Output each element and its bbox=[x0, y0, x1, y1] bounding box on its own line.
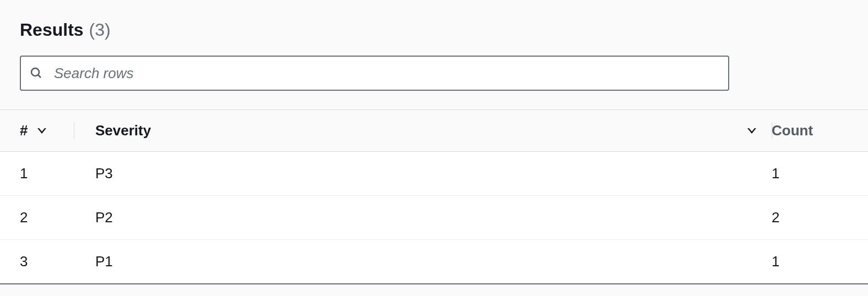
results-header: Results (3) bbox=[20, 20, 848, 40]
cell-count: 1 bbox=[772, 240, 868, 284]
search-wrapper bbox=[20, 56, 729, 91]
column-header-count[interactable]: Count bbox=[772, 110, 868, 152]
cell-index: 2 bbox=[0, 196, 74, 240]
cell-severity: P1 bbox=[74, 240, 772, 284]
table-row: 2 P2 2 bbox=[0, 196, 868, 240]
column-header-severity-label: Severity bbox=[95, 122, 151, 139]
table-row: 3 P1 1 bbox=[0, 240, 868, 284]
results-count: (3) bbox=[89, 20, 111, 40]
cell-index: 3 bbox=[0, 240, 74, 284]
column-header-count-label: Count bbox=[772, 122, 813, 139]
cell-count: 1 bbox=[772, 152, 868, 196]
cell-severity: P2 bbox=[74, 196, 772, 240]
sort-caret-icon bbox=[747, 128, 756, 134]
column-divider bbox=[772, 122, 772, 139]
results-table: # Severity Count 1 bbox=[0, 110, 868, 284]
sort-caret-icon bbox=[37, 128, 46, 134]
table-row: 1 P3 1 bbox=[0, 152, 868, 196]
cell-count: 2 bbox=[772, 196, 868, 240]
column-header-index-label: # bbox=[20, 122, 28, 139]
cell-severity: P3 bbox=[74, 152, 772, 196]
results-table-wrapper: # Severity Count 1 bbox=[0, 109, 868, 284]
column-header-severity[interactable]: Severity bbox=[74, 110, 772, 152]
table-header-row: # Severity Count bbox=[0, 110, 868, 152]
column-header-index[interactable]: # bbox=[0, 110, 74, 152]
search-input[interactable] bbox=[20, 56, 729, 91]
cell-index: 1 bbox=[0, 152, 74, 196]
results-title: Results bbox=[20, 20, 84, 40]
